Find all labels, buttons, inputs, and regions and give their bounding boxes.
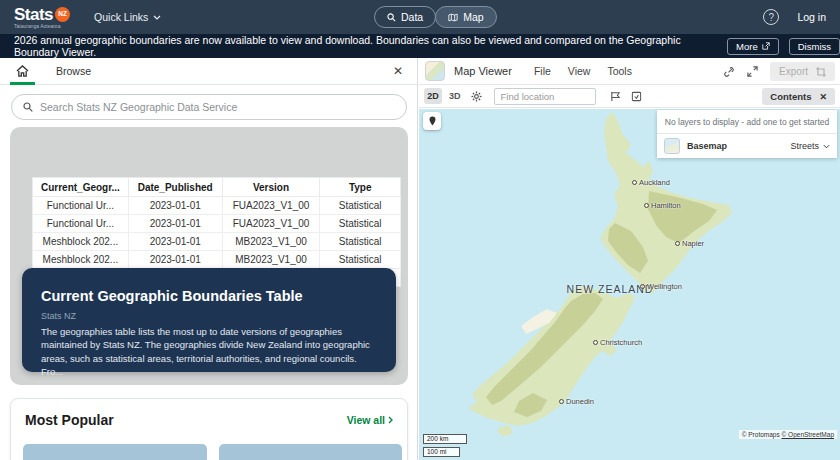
table-cell: FUA2023_V1_00 [222,197,320,215]
contents-close-icon: ✕ [819,92,827,102]
table-row: Functional Ur... 2023-01-01 FUA2023_V1_0… [33,215,401,233]
settings-gear-icon[interactable] [471,91,482,102]
layers-panel: No layers to display - add one to get st… [657,110,837,158]
city-label: Auckland [639,178,670,187]
most-popular-title: Most Popular [25,412,114,428]
help-glyph: ? [769,12,775,23]
save-layer-icon[interactable] [631,91,642,102]
banner-more-button[interactable]: More [727,38,779,55]
fullscreen-icon[interactable] [747,66,758,77]
tab-browse[interactable]: Browse [56,65,91,77]
city-label: Dunedin [566,397,594,406]
city-dot [640,284,645,289]
search-icon [387,13,396,22]
col-header: Version [222,178,320,197]
basemap-row[interactable]: Basemap Streets [657,134,837,158]
banner-text: 2026 annual geographic boundaries are no… [14,34,715,58]
logo-tagline: Tatauranga Aotearoa [14,24,70,29]
map-button-label: Map [463,11,483,23]
stats-nz-logo[interactable]: Stats NZ Tatauranga Aotearoa [14,6,70,29]
map-icon [448,13,458,22]
login-link[interactable]: Log in [797,11,826,23]
view-all-label: View all [347,414,385,426]
basemap-label: Basemap [687,141,727,151]
no-layers-message: No layers to display - add one to get st… [657,110,837,134]
quick-links-label: Quick Links [94,11,148,23]
city-marker-hamilton: Hamilton [644,201,681,210]
announcement-banner: 2026 annual geographic boundaries are no… [0,34,840,58]
table-cell: 2023-01-01 [128,233,222,251]
pushpin-icon [428,116,437,127]
table-cell: Functional Ur... [33,215,129,233]
mode-3d-button[interactable]: 3D [449,91,461,101]
popular-item-thumbnail[interactable] [219,444,402,460]
table-cell: Statistical [320,215,401,233]
data-button[interactable]: Data [374,6,436,28]
table-row: Functional Ur... 2023-01-01 FUA2023_V1_0… [33,197,401,215]
search-box [11,94,407,120]
city-marker-wellington: Wellington [640,282,682,291]
table-cell: Statistical [320,197,401,215]
dataset-description: The geographies table lists the most up … [41,325,377,378]
table-cell: MB2023_V1_00 [222,233,320,251]
menu-view[interactable]: View [568,65,591,77]
table-cell: MB2023_V1_00 [222,251,320,269]
app-window: Stats NZ Tatauranga Aotearoa Quick Links… [0,0,840,460]
data-service-panel: Browse ✕ Current_Geogr... Date_Published… [0,58,418,460]
table-header-row: Current_Geogr... Date_Published Version … [33,178,401,197]
chevron-down-icon [153,15,161,20]
crop-icon [816,67,826,77]
help-icon[interactable]: ? [763,9,779,25]
city-marker-auckland: Auckland [632,178,670,187]
map-toolbar: 2D 3D Contents ✕ [419,85,840,108]
table-cell: Functional Ur... [33,197,129,215]
map-pin-button[interactable] [423,112,441,130]
banner-dismiss-button[interactable]: Dismiss [789,38,840,55]
logo-nz-badge: NZ [55,7,70,22]
most-popular-section: Most Popular View all [10,398,408,460]
map-button[interactable]: Map [435,6,496,28]
menu-tools[interactable]: Tools [607,65,632,77]
table-cell: 2023-01-01 [128,197,222,215]
search-input[interactable] [40,101,406,113]
table-row: Meshblock 202... 2023-01-01 MB2023_V1_00… [33,233,401,251]
table-row: Meshblock 202... 2023-01-01 MB2023_V1_00… [33,251,401,269]
scale-bar-km: 200 km [423,434,467,444]
col-header: Current_Geogr... [33,178,129,197]
share-link-icon[interactable] [724,66,735,77]
chevron-right-icon [388,416,393,424]
legend-flag-icon[interactable] [610,91,621,102]
find-location-input[interactable] [494,88,596,105]
map-viewer-title: Map Viewer [454,65,512,77]
popular-item-thumbnail[interactable] [23,444,207,460]
city-dot [593,340,598,345]
export-button[interactable]: Export [770,62,835,81]
quick-links-menu[interactable]: Quick Links [94,11,161,23]
data-button-label: Data [401,11,423,23]
scale-bar-mi: 100 mi [423,447,460,457]
table-cell: Meshblock 202... [33,233,129,251]
tab-home[interactable] [0,58,44,85]
menu-file[interactable]: File [534,65,551,77]
featured-dataset-card[interactable]: Current_Geogr... Date_Published Version … [10,127,408,385]
contents-button[interactable]: Contents ✕ [762,88,835,105]
city-dot [632,180,637,185]
dataset-info-card[interactable]: Current Geographic Boundaries Table Stat… [22,268,396,372]
basemap-select[interactable]: Streets [790,141,830,151]
table-cell: 2023-01-01 [128,251,222,269]
city-label: Napier [682,239,704,248]
map-canvas[interactable]: No layers to display - add one to get st… [419,109,840,460]
dismiss-label: Dismiss [798,41,831,52]
attribution-osm-link[interactable]: © OpenStreetMap [782,431,834,438]
city-label: Wellington [647,282,682,291]
city-marker-dunedin: Dunedin [559,397,594,406]
basemap-thumbnail-icon [664,138,680,154]
col-header: Type [320,178,401,197]
view-all-link[interactable]: View all [347,414,393,426]
close-panel-icon[interactable]: ✕ [393,64,403,78]
more-label: More [736,41,758,52]
city-dot [675,241,680,246]
logo-brand: Stats [14,6,53,23]
city-marker-christchurch: Christchurch [593,338,642,347]
mode-2d-button[interactable]: 2D [424,88,442,104]
